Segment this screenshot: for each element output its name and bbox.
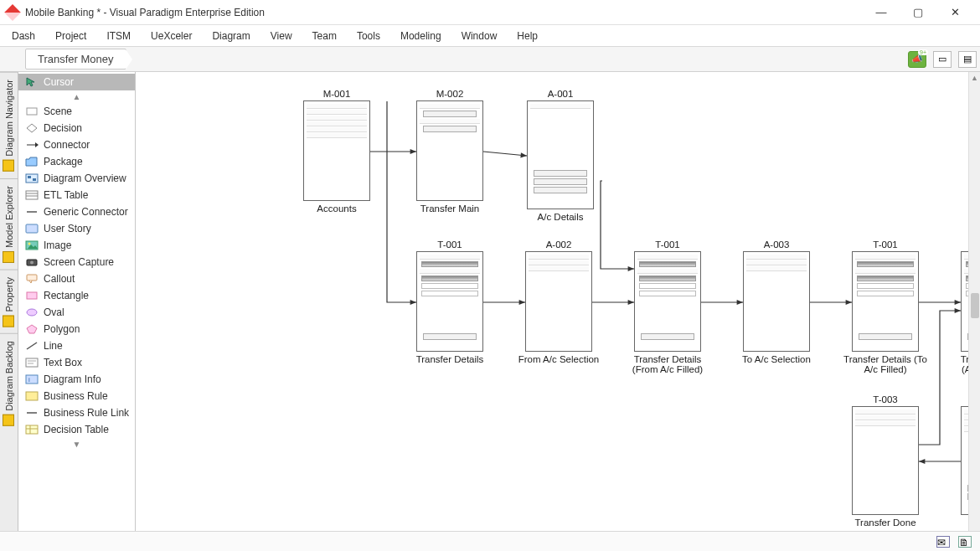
palette-item-diagram-overview[interactable]: Diagram Overview: [18, 170, 135, 187]
close-button[interactable]: ✕: [936, 0, 973, 25]
svg-rect-4: [33, 178, 36, 181]
palette-item-connector[interactable]: Connector: [18, 136, 135, 153]
wireframe-mockup[interactable]: [416, 251, 483, 352]
side-tab-diagram-navigator[interactable]: Diagram Navigator: [0, 72, 18, 178]
node-id: M-002: [408, 89, 492, 99]
palette-item-diagram-info[interactable]: iDiagram Info: [18, 371, 135, 388]
minimize-button[interactable]: —: [863, 0, 900, 25]
palette-item-line[interactable]: Line: [18, 337, 135, 354]
palette-item-business-rule[interactable]: Business Rule: [18, 388, 135, 404]
window-title: Mobile Banking * - Visual Paradigm Enter…: [25, 7, 863, 18]
palette-item-image[interactable]: Image: [18, 237, 135, 254]
palette-item-generic-connector[interactable]: Generic Connector: [18, 203, 135, 220]
mail-icon[interactable]: ✉: [936, 536, 950, 548]
screen-capture-icon: [25, 257, 39, 267]
menu-diagram[interactable]: Diagram: [212, 30, 250, 42]
menu-help[interactable]: Help: [517, 30, 538, 42]
menubar: Dash Project ITSM UeXceler Diagram View …: [0, 25, 980, 47]
menu-uexceler[interactable]: UeXceler: [151, 30, 192, 42]
image-icon: [25, 240, 39, 250]
wireframe-mockup[interactable]: [743, 251, 810, 352]
palette-item-rectangle[interactable]: Rectangle: [18, 287, 135, 304]
node-label: From A/c Selection: [517, 354, 601, 364]
wireframe-node-m-002[interactable]: M-002Transfer Main: [408, 89, 492, 214]
wireframe-node-t-001c[interactable]: T-001Transfer Details (To A/c Filled): [843, 239, 927, 374]
palette-item-user-story[interactable]: User Story: [18, 220, 135, 237]
note-icon[interactable]: 🗎: [958, 536, 972, 548]
side-tab-model-explorer[interactable]: Model Explorer: [0, 178, 18, 270]
svg-text:i: i: [28, 376, 30, 384]
palette-item-scene[interactable]: Scene: [18, 103, 135, 120]
wireframe-node-t-001b[interactable]: T-001Transfer Details (From A/c Filled): [626, 239, 709, 374]
palette-collapse-down[interactable]: ▼: [18, 438, 135, 451]
palette-item-package[interactable]: Package: [18, 153, 135, 170]
svg-rect-14: [27, 275, 37, 281]
svg-line-17: [27, 342, 37, 349]
wireframe-mockup[interactable]: [852, 406, 919, 515]
cursor-icon: [25, 77, 39, 87]
scroll-up-icon[interactable]: ▲: [969, 72, 980, 84]
wireframe-mockup[interactable]: [852, 251, 919, 352]
palette-item-etl-table[interactable]: ETL Table: [18, 187, 135, 203]
wireframe-node-m-001[interactable]: M-001Accounts: [295, 89, 379, 214]
polygon-icon: [25, 324, 39, 334]
diagram-canvas[interactable]: M-001AccountsM-002Transfer MainA-001A/c …: [136, 72, 980, 551]
node-label: To A/c Selection: [735, 354, 818, 364]
wireframe-mockup[interactable]: [634, 251, 701, 352]
palette-item-callout[interactable]: Callout: [18, 270, 135, 287]
user-story-icon: [25, 224, 39, 234]
diagram-info-icon: i: [25, 374, 39, 384]
palette-item-business-rule-link[interactable]: Business Rule Link: [18, 404, 135, 421]
menu-dash[interactable]: Dash: [12, 30, 35, 42]
notifications-icon[interactable]: 📣: [908, 51, 926, 68]
wireframe-mockup[interactable]: [416, 100, 483, 201]
side-tab-property[interactable]: Property: [0, 270, 18, 334]
menu-itsm[interactable]: ITSM: [106, 30, 131, 42]
palette-item-text-box[interactable]: Text Box: [18, 354, 135, 371]
tool-palette: Cursor▲SceneDecisionConnectorPackageDiag…: [18, 72, 136, 551]
wireframe-node-t-003[interactable]: T-003Transfer Done: [843, 394, 927, 528]
layers-icon[interactable]: ▤: [958, 51, 977, 68]
menu-team[interactable]: Team: [312, 30, 337, 42]
svg-point-11: [28, 243, 31, 245]
menu-tools[interactable]: Tools: [357, 30, 380, 42]
breadcrumb-diagram-name[interactable]: Transfer Money: [25, 49, 126, 70]
wireframe-node-a-003[interactable]: A-003To A/c Selection: [735, 239, 818, 364]
palette-item-cursor[interactable]: Cursor: [18, 74, 135, 90]
wireframe-node-t-001[interactable]: T-001Transfer Details: [408, 239, 492, 364]
window-controls: — ▢ ✕: [863, 0, 973, 25]
menu-modeling[interactable]: Modeling: [400, 30, 441, 42]
svg-rect-9: [26, 224, 38, 233]
wireframe-mockup[interactable]: [527, 100, 594, 209]
maximize-button[interactable]: ▢: [900, 0, 936, 25]
svg-point-16: [27, 309, 37, 316]
palette-collapse-up[interactable]: ▲: [18, 90, 135, 103]
svg-rect-23: [26, 392, 38, 400]
palette-item-screen-capture[interactable]: Screen Capture: [18, 254, 135, 270]
menu-window[interactable]: Window: [462, 30, 498, 42]
svg-rect-15: [27, 292, 37, 299]
side-tab-diagram-backlog[interactable]: Diagram Backlog: [0, 333, 18, 433]
decision-table-icon: [25, 425, 39, 435]
etl-table-icon: [25, 190, 39, 200]
statusbar: ✉ 🗎: [0, 531, 980, 551]
palette-item-oval[interactable]: Oval: [18, 304, 135, 321]
node-label: Transfer Details: [408, 354, 492, 364]
menu-view[interactable]: View: [271, 30, 292, 42]
wireframe-mockup[interactable]: [303, 100, 370, 201]
wireframe-node-a-002[interactable]: A-002From A/c Selection: [517, 239, 601, 364]
node-id: A-001: [518, 89, 602, 99]
wireframe-mockup[interactable]: [525, 251, 592, 352]
window-titlebar: Mobile Banking * - Visual Paradigm Enter…: [0, 0, 980, 25]
palette-item-decision[interactable]: Decision: [18, 120, 135, 136]
scene-icon: [25, 106, 39, 116]
package-icon: [25, 157, 39, 167]
node-label: Transfer Details (From A/c Filled): [626, 354, 709, 374]
layout-icon[interactable]: ▭: [933, 51, 952, 68]
vertical-scrollbar[interactable]: ▲ ▼: [968, 72, 980, 539]
wireframe-node-a-001[interactable]: A-001A/c Details: [518, 89, 602, 222]
palette-item-polygon[interactable]: Polygon: [18, 321, 135, 337]
menu-project[interactable]: Project: [55, 30, 86, 42]
palette-item-decision-table[interactable]: Decision Table: [18, 421, 135, 438]
node-id: T-001: [843, 239, 927, 250]
